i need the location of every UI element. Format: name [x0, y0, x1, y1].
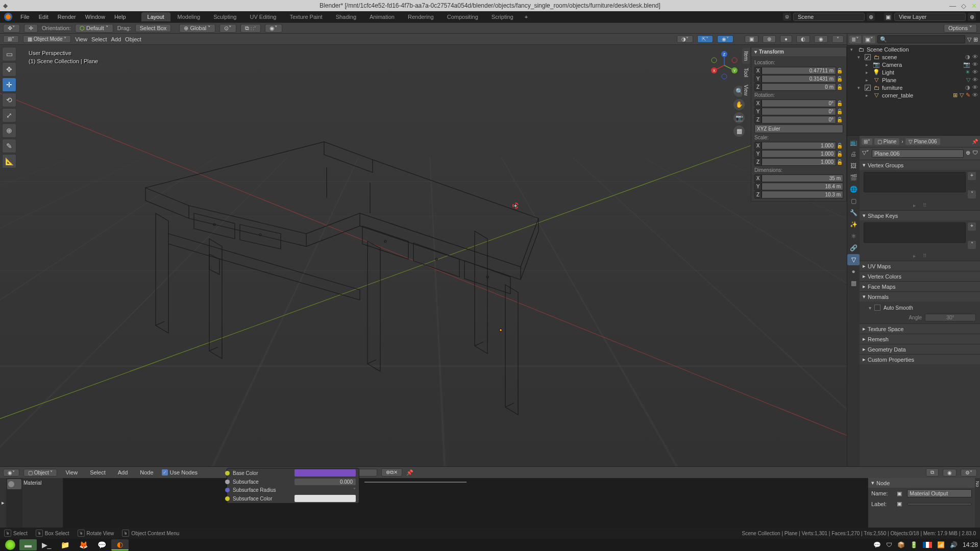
workspace-tab-scripting[interactable]: Scripting [485, 12, 520, 21]
vp-menu-object[interactable]: Object [125, 36, 141, 42]
menu-edit[interactable]: Edit [35, 13, 53, 21]
outliner-search[interactable]: 🔍 [877, 35, 965, 43]
editor-type-button[interactable]: ⊞˅ [3, 35, 19, 43]
viewlayer-icon[interactable]: ▣ [884, 13, 892, 21]
workspace-tab-shading[interactable]: Shading [330, 12, 362, 21]
tool-annotate[interactable]: ✎ [2, 139, 16, 153]
gizmo-toggle[interactable]: ⇱˅ [697, 35, 713, 43]
scale-z[interactable]: 1.000 [762, 158, 836, 166]
close-button[interactable]: ✕ [971, 2, 977, 10]
shading-matprev[interactable]: ◐ [796, 35, 810, 43]
lock-loc-y[interactable]: 🔓 [836, 76, 843, 82]
taskbar-blender[interactable]: ◐ [111, 539, 129, 550]
vp-menu-view[interactable]: View [75, 36, 87, 42]
scene-new-button[interactable]: ⊕ [867, 13, 875, 21]
location-y[interactable]: 0.31431 m [762, 75, 836, 83]
vp-menu-select[interactable]: Select [91, 36, 107, 42]
vp-menu-add[interactable]: Add [111, 36, 121, 42]
lock-loc-x[interactable]: 🔓 [836, 68, 843, 73]
ne-menu-view[interactable]: View [61, 468, 82, 477]
ne-menu-select[interactable]: Select [86, 468, 110, 477]
location-z[interactable]: 0 m [762, 83, 836, 91]
npanel-tab-view[interactable]: View [742, 82, 750, 99]
tray-battery-icon[interactable]: 🔋 [910, 541, 918, 548]
panel-geometry-data[interactable]: ▸ Geometry Data [860, 344, 980, 354]
tray-update-icon[interactable]: 📦 [897, 541, 905, 548]
cursor-tool-options[interactable]: ✥˅ [3, 24, 20, 33]
shading-rendered[interactable]: ◉ [814, 35, 828, 43]
lock-rot-x[interactable]: 🔓 [836, 101, 843, 106]
tool-cursor[interactable]: ✥ [2, 62, 16, 77]
ne-menu-add[interactable]: Add [114, 468, 132, 477]
workspace-tab-texturepaint[interactable]: Texture Paint [283, 12, 328, 21]
material-pin[interactable]: 📌 [406, 469, 413, 476]
shape-keys-list[interactable] [864, 222, 966, 243]
exclude-icon[interactable]: ◑ [965, 54, 970, 60]
principled-node[interactable]: Base Color Subsurface0.000 Subsurface Ra… [227, 468, 359, 504]
ne-options[interactable]: ⚙˅ [961, 469, 977, 477]
options-dropdown[interactable]: Options ˅ [944, 24, 977, 33]
transform-panel-header[interactable]: ▾ Transform [751, 47, 846, 56]
shading-wireframe[interactable]: ⊕ [763, 35, 776, 43]
outliner-item-corner-table[interactable]: ▸▽corner_table⊞▽✎👁 [848, 91, 979, 99]
tool-move[interactable]: ✛ [2, 78, 16, 92]
workspace-tab-layout[interactable]: Layout [141, 12, 170, 21]
prop-tab-scene[interactable]: 🎬 [847, 172, 860, 183]
node-sidebar-header[interactable]: ▾ Node [868, 478, 975, 488]
outliner-collection-scene[interactable]: ▾✓🗀scene◑👁 [848, 53, 979, 61]
ne-editor-type[interactable]: ◉˅ [3, 469, 19, 477]
prop-tab-modifiers[interactable]: 🔧 [847, 207, 860, 218]
panel-uv-maps[interactable]: ▸ UV Maps [860, 261, 980, 271]
node-side-tabs[interactable]: No [975, 478, 980, 528]
ne-snap[interactable]: ⧉ [926, 468, 939, 477]
mode-dropdown[interactable]: ▦ Object Mode ˅ [23, 35, 71, 43]
rotation-y[interactable]: 0° [762, 108, 836, 115]
viewlayer-name-field[interactable]: View Layer [894, 13, 966, 21]
prop-tab-output[interactable]: 🖨 [847, 148, 860, 160]
move-tool-options[interactable]: ✛ [24, 24, 38, 33]
tray-network-icon[interactable]: 📶 [937, 541, 945, 548]
prop-tab-physics[interactable]: ⚛ [847, 231, 860, 242]
tool-scale[interactable]: ⤢ [2, 108, 16, 122]
tool-select-box[interactable]: ▭ [2, 47, 16, 61]
subsurface-color-swatch[interactable] [295, 495, 356, 502]
workspace-tab-rendering[interactable]: Rendering [402, 12, 440, 21]
nav-gizmo[interactable]: X Y Z [709, 50, 740, 81]
taskbar-files[interactable]: 📁 [56, 539, 74, 550]
blender-icon[interactable] [4, 13, 12, 21]
lock-rot-z[interactable]: 🔓 [836, 117, 843, 122]
new-collection-button[interactable]: ⊞ [973, 36, 978, 43]
prop-tab-material[interactable]: ● [847, 266, 860, 277]
taskbar-firefox[interactable]: 🦊 [75, 539, 92, 550]
taskbar-discord[interactable]: 💬 [93, 539, 110, 550]
panel-vertex-colors[interactable]: ▸ Vertex Colors [860, 271, 980, 281]
tool-transform[interactable]: ⊕ [2, 123, 16, 138]
prop-tab-particles[interactable]: ✨ [847, 219, 860, 230]
npanel-tab-tool[interactable]: Tool [742, 65, 750, 80]
ne-shader-type[interactable]: ▢ Object ˅ [23, 469, 57, 477]
rotation-x[interactable]: 0° [762, 99, 836, 107]
prop-tab-world[interactable]: 🌐 [847, 184, 860, 195]
shading-solid[interactable]: ● [780, 35, 792, 43]
tray-clock[interactable]: 14:28 [963, 541, 978, 548]
tray-volume-icon[interactable]: 🔊 [950, 541, 958, 548]
base-color-swatch[interactable] [295, 469, 356, 477]
add-workspace-button[interactable]: + [521, 13, 532, 21]
node-name-field[interactable]: Material Output [907, 489, 972, 497]
use-nodes-checkbox[interactable]: ✓ [162, 469, 168, 475]
breadcrumb-object[interactable]: ▢ Plane [874, 138, 899, 145]
dim-z[interactable]: 10.3 m [762, 191, 843, 198]
outliner-item-light[interactable]: ▸💡Light☀👁 [848, 68, 979, 76]
mesh-users-button[interactable]: ⊕ [966, 149, 970, 158]
lock-sc-y[interactable]: 🔓 [836, 151, 843, 157]
menu-file[interactable]: File [16, 13, 34, 21]
menu-help[interactable]: Help [110, 13, 130, 21]
nav-pan[interactable]: ✋ [733, 99, 745, 110]
scene-name-field[interactable]: Scene [793, 13, 865, 21]
drag-dropdown[interactable]: Select Box [135, 24, 172, 32]
panel-shape-keys[interactable]: ▾ Shape Keys [860, 211, 980, 220]
sk-add[interactable]: + [968, 222, 976, 231]
pivot-point[interactable]: ⊙˅ [219, 24, 236, 33]
workspace-tab-compositing[interactable]: Compositing [441, 12, 484, 21]
npanel-tab-item[interactable]: Item [742, 48, 750, 64]
